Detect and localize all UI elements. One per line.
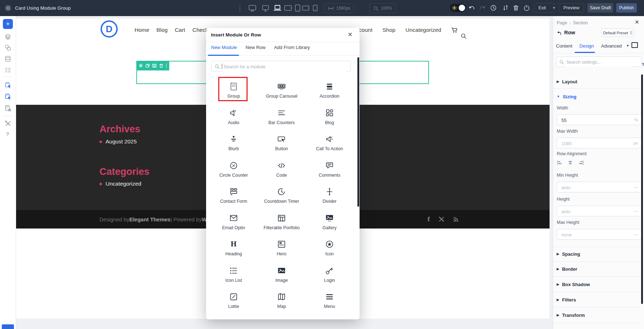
exit-button[interactable]: Exit ▼ [534,3,555,13]
site-logo[interactable]: D [101,20,118,38]
height-unit[interactable]: — [634,209,638,213]
module-search-input[interactable] [223,62,346,72]
database-icon[interactable] [4,55,11,63]
module-item-hero[interactable]: Hero [258,235,306,261]
align-left-icon[interactable] [557,160,562,165]
module-item-audio[interactable]: Audio [210,104,258,130]
module-item-comments[interactable]: Comments [306,156,353,183]
module-item-icon-list[interactable]: Icon List [210,261,258,288]
module-item-map[interactable]: Map [258,288,306,314]
laptop-icon[interactable] [273,4,282,11]
columns-icon[interactable] [152,63,157,68]
module-item-circle-counter[interactable]: Circle Counter [210,156,258,183]
add-icon[interactable]: + [3,19,13,29]
module-item-partial[interactable] [258,314,306,320]
rss-icon[interactable] [453,217,459,222]
cart-icon[interactable] [451,27,458,33]
module-item-blurb[interactable]: Blurb [210,130,258,156]
module-item-menu[interactable]: Menu [306,288,353,314]
module-item-accordion[interactable]: Accordion [306,77,353,104]
module-item-filterable-portfolio[interactable]: Filterable Portfolio [258,209,306,235]
module-item-group-carousel[interactable]: Group Carousel [258,77,306,104]
x-icon[interactable] [439,217,444,222]
power-icon[interactable] [523,5,530,11]
drag-dots-icon[interactable] [166,63,167,68]
width-unit[interactable]: % [634,118,638,122]
archive-link[interactable]: August 2025 [106,138,137,145]
section-transform[interactable]: ▶Transform [557,309,585,321]
module-item-lottie[interactable]: Lottie [210,288,258,314]
nav-item-home[interactable]: Home [135,27,149,33]
section-filters[interactable]: ▶Filters [557,294,576,306]
max-width-unit[interactable]: px [634,141,638,145]
default-preset-button[interactable]: Default Preset [601,29,634,37]
module-item-bar-counters[interactable]: Bar Counters [258,104,306,130]
trash-icon[interactable] [159,63,164,68]
phone-portrait-icon[interactable] [313,5,318,11]
module-item-blog[interactable]: Blog [306,104,353,130]
history-clock-icon[interactable] [490,5,497,11]
select-module-icon[interactable] [4,81,12,89]
publish-button[interactable]: Publish [616,3,637,13]
breadcrumb-page[interactable]: Page [557,20,567,25]
tabs-caret-icon[interactable]: ▼ [626,44,629,48]
module-item-button[interactable]: Button [258,130,306,156]
duplicate-icon[interactable] [145,63,150,68]
undo-icon[interactable] [469,5,475,10]
desktop-wide-icon[interactable] [248,4,257,12]
phone-landscape-icon[interactable] [302,5,309,11]
settings-search-field[interactable] [556,57,641,67]
tablet-landscape-icon[interactable] [284,4,292,11]
max-height-input[interactable] [561,230,630,240]
layers-icon[interactable] [4,33,11,40]
redo-icon[interactable] [479,5,486,10]
tab-design[interactable]: Design [580,43,594,49]
back-arrow-icon[interactable] [557,30,562,35]
more-options-dots-icon[interactable] [239,5,241,11]
save-draft-button[interactable]: Save Draft [587,3,613,13]
module-search-field[interactable] [211,61,351,72]
module-item-email-optin[interactable]: Email Optin [210,209,258,235]
tab-new-module[interactable]: New Module [211,45,237,54]
width-input[interactable] [561,115,630,125]
module-item-image[interactable]: Image [258,261,306,288]
close-icon[interactable]: ✕ [348,31,352,38]
close-icon[interactable]: ✕ [635,19,639,25]
tab-new-row[interactable]: New Row [245,45,265,54]
module-item-code[interactable]: Code [258,156,306,183]
exit-caret-icon[interactable]: ▼ [550,6,558,10]
breadcrumb-section[interactable]: Section [573,20,588,25]
rows-icon[interactable] [4,67,11,73]
module-item-partial[interactable] [306,314,353,320]
light-dark-toggle[interactable] [450,4,466,12]
tab-add-from-library[interactable]: Add From Library [274,45,310,54]
module-item-partial[interactable] [210,314,258,320]
help-icon[interactable]: ? [6,131,9,137]
align-center-icon[interactable] [567,160,573,165]
tab-content[interactable]: Content [556,43,572,49]
tools-icon[interactable] [4,120,11,127]
nav-item-uncategorized[interactable]: Uncategorized [405,27,441,33]
module-item-contact-form[interactable]: Contact Form [210,182,258,209]
align-right-icon[interactable] [578,160,584,165]
nav-item-cart[interactable]: Cart [175,27,185,33]
min-height-input[interactable] [561,182,630,192]
max-height-unit[interactable]: — [634,232,638,236]
section-spacing[interactable]: ▶Spacing [557,248,580,260]
nav-item-blog[interactable]: Blog [156,27,167,33]
section-box-shadow[interactable]: ▶Box Shadow [557,278,590,290]
responsive-width-control[interactable]: 1560px [324,3,354,13]
section-border[interactable]: ▶Border [557,263,577,275]
page-settings-gear-icon[interactable] [5,5,11,11]
modal-scrollbar[interactable] [357,57,359,207]
row-settings-gear-icon[interactable] [138,63,143,68]
sidebar-bottom-accent[interactable] [2,324,14,329]
search-icon[interactable] [460,33,467,39]
module-item-icon[interactable]: Icon [306,235,353,261]
settings-search-input[interactable] [566,57,631,67]
sort-arrows-icon[interactable] [502,5,509,11]
tablet-portrait-icon[interactable] [294,4,301,12]
module-item-countdown-timer[interactable]: Countdown Timer [258,182,306,209]
max-width-input[interactable] [561,138,630,148]
module-item-gallery[interactable]: Gallery [306,209,353,235]
